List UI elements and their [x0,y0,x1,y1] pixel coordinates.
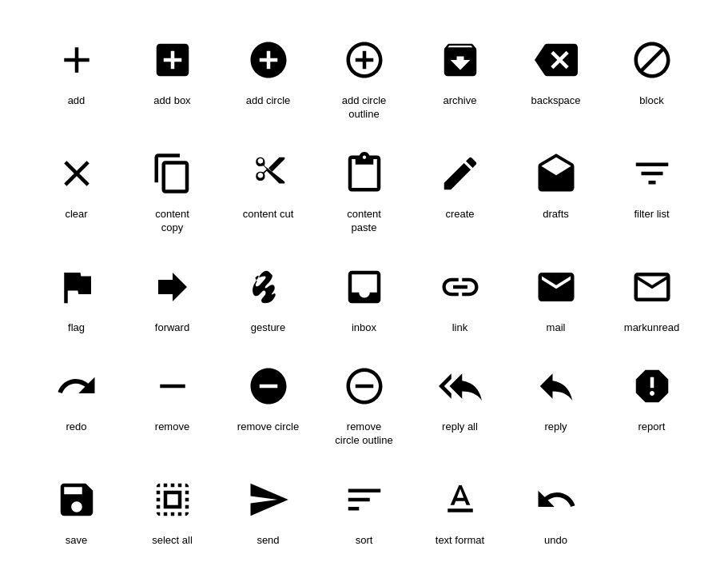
icon-item-add-circle-outline[interactable]: add circleoutline [316,24,412,130]
text-format-icon [432,472,488,528]
remove-circle-outline-label: removecircle outline [335,421,392,448]
flag-icon [49,259,105,315]
reply-icon [528,358,584,414]
undo-label: undo [544,534,567,548]
icon-item-content-copy[interactable]: contentcopy [125,138,221,243]
icon-item-create[interactable]: create [412,138,508,243]
add-label: add [68,94,86,108]
content-copy-icon [145,145,201,201]
add-box-label: add box [153,94,190,108]
create-label: create [445,208,474,221]
save-icon [49,472,105,528]
icon-item-gesture[interactable]: gesture [221,251,316,343]
remove-label: remove [155,421,189,434]
content-copy-label: contentcopy [155,208,189,235]
icon-item-add-circle[interactable]: add circle [221,24,316,130]
icon-item-inbox[interactable]: inbox [316,251,412,343]
save-label: save [66,534,87,548]
clear-label: clear [65,208,87,221]
icon-item-mail[interactable]: mail [508,251,604,343]
icon-item-flag[interactable]: flag [29,251,125,343]
gesture-label: gesture [251,321,285,335]
add-circle-label: add circle [246,94,291,108]
reply-all-label: reply all [442,421,478,434]
inbox-icon [336,259,392,315]
report-label: report [638,421,666,434]
icon-item-sort[interactable]: sort [316,464,412,556]
add-circle-icon [241,32,296,88]
content-cut-label: content cut [243,208,294,221]
drafts-icon [528,145,584,201]
icon-item-forward[interactable]: forward [125,251,221,343]
icon-item-reply-all[interactable]: reply all [412,350,508,456]
mail-icon [528,259,584,315]
forward-icon [145,259,201,315]
icon-item-undo[interactable]: undo [508,464,604,556]
text-format-label: text format [436,534,484,548]
link-icon [432,259,488,315]
add-icon [49,32,105,88]
markunread-icon [624,259,680,315]
inbox-label: inbox [352,321,376,335]
archive-icon [432,32,488,88]
link-label: link [452,321,468,335]
send-label: send [257,534,279,548]
icon-item-link[interactable]: link [412,251,508,343]
archive-label: archive [444,94,477,108]
sort-icon [336,472,392,528]
flag-label: flag [68,321,85,335]
sort-label: sort [356,534,373,548]
redo-icon [49,358,105,414]
icon-item-content-paste[interactable]: contentpaste [316,138,412,243]
remove-circle-label: remove circle [237,421,299,434]
icon-item-filter-list[interactable]: filter list [604,138,700,243]
report-icon [624,358,680,414]
add-circle-outline-icon [336,32,392,88]
icon-item-remove[interactable]: remove [125,350,221,456]
icon-item-remove-circle[interactable]: remove circle [221,350,316,456]
create-icon [432,145,488,201]
reply-label: reply [544,421,567,434]
reply-all-icon [432,358,488,414]
icon-item-block[interactable]: block [604,24,700,130]
icon-item-save[interactable]: save [29,464,125,556]
content-paste-label: contentpaste [347,208,381,235]
icon-item-content-cut[interactable]: content cut [221,138,316,243]
block-icon [624,32,680,88]
icon-item-clear[interactable]: clear [29,138,125,243]
forward-label: forward [155,321,189,335]
select-all-icon [145,472,201,528]
remove-circle-icon [241,358,296,414]
drafts-label: drafts [543,208,569,221]
select-all-label: select all [152,534,193,548]
icon-item-redo[interactable]: redo [29,350,125,456]
filter-list-label: filter list [634,208,669,221]
redo-label: redo [66,421,86,434]
content-cut-icon [241,145,296,201]
icon-item-markunread[interactable]: markunread [604,251,700,343]
icon-item-backspace[interactable]: backspace [508,24,604,130]
content-paste-icon [336,145,392,201]
remove-icon [145,358,201,414]
icon-item-select-all[interactable]: select all [125,464,221,556]
icon-item-text-format[interactable]: text format [412,464,508,556]
backspace-label: backspace [531,94,580,108]
icon-item-add[interactable]: add [29,24,125,130]
icon-item-add-box[interactable]: add box [125,24,221,130]
backspace-icon [528,32,584,88]
icon-item-drafts[interactable]: drafts [508,138,604,243]
filter-list-icon [624,145,680,201]
icon-item-send[interactable]: send [221,464,316,556]
icon-item-archive[interactable]: archive [412,24,508,130]
gesture-icon [241,259,296,315]
mail-label: mail [547,321,566,335]
remove-circle-outline-icon [336,358,392,414]
icon-item-reply[interactable]: reply [508,350,604,456]
icon-item-remove-circle-outline[interactable]: removecircle outline [316,350,412,456]
send-icon [241,472,296,528]
icon-item-report[interactable]: report [604,350,700,456]
block-label: block [639,94,663,108]
undo-icon [528,472,584,528]
clear-icon [49,145,105,201]
markunread-label: markunread [624,321,679,335]
